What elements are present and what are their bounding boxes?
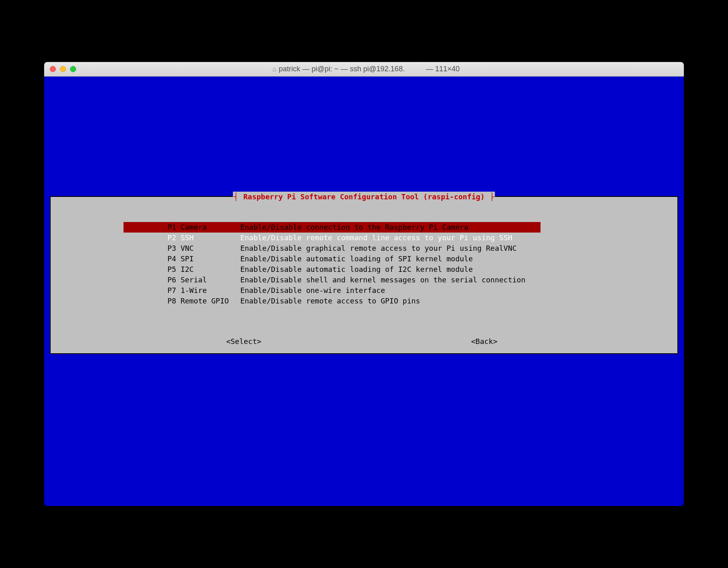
raspi-config-dialog: Raspberry Pi Software Configuration Tool… [50, 196, 678, 354]
menu-item-label: P3 VNC [167, 243, 240, 254]
dialog-buttons: <Select> <Back> [51, 336, 677, 347]
menu-item-desc: Enable/Disable shell and kernel messages… [240, 275, 525, 285]
menu-item-desc: Enable/Disable automatic loading of SPI … [240, 254, 473, 264]
menu-item-desc: Enable/Disable remote access to GPIO pin… [240, 296, 420, 306]
menu-item-desc: Enable/Disable one-wire interface [240, 285, 385, 296]
menu-item-desc: Enable/Disable automatic loading of I2C … [240, 264, 473, 275]
window-title-text-left: patrick — pi@pi: ~ — ssh pi@192.168. [279, 65, 404, 73]
window-title-text-right: — 111×40 [426, 65, 460, 73]
menu-item-desc: Enable/Disable remote command line acces… [240, 233, 512, 243]
menu-item-label: P4 SPI [167, 254, 240, 264]
back-button[interactable]: <Back> [364, 336, 605, 347]
menu-item-label: P1 Camera [167, 222, 240, 233]
select-button[interactable]: <Select> [123, 336, 364, 347]
menu-item-label: P2 SSH [167, 233, 240, 243]
menu-item-label: P7 1-Wire [167, 285, 240, 296]
maximize-icon[interactable] [70, 66, 76, 72]
close-icon[interactable] [50, 66, 56, 72]
window-title: ⌂ patrick — pi@pi: ~ — ssh pi@192.168. —… [76, 65, 656, 73]
menu-item-label: P5 I2C [167, 264, 240, 275]
menu-item-desc: Enable/Disable graphical remote access t… [240, 243, 517, 254]
home-icon: ⌂ [272, 66, 277, 73]
dialog-title: Raspberry Pi Software Configuration Tool… [233, 192, 495, 202]
minimize-icon[interactable] [60, 66, 66, 72]
menu-item-label: P6 Serial [167, 275, 240, 285]
menu-item-camera[interactable]: P1 CameraEnable/Disable connection to th… [51, 211, 677, 222]
terminal-content[interactable]: Raspberry Pi Software Configuration Tool… [44, 77, 684, 506]
traffic-lights [50, 66, 76, 72]
window-titlebar: ⌂ patrick — pi@pi: ~ — ssh pi@192.168. —… [44, 62, 684, 77]
menu-item-label: P8 Remote GPIO [167, 296, 240, 306]
menu-item-desc: Enable/Disable connection to the Raspber… [240, 222, 468, 233]
menu-list: P1 CameraEnable/Disable connection to th… [51, 197, 677, 296]
terminal-window: ⌂ patrick — pi@pi: ~ — ssh pi@192.168. —… [44, 62, 684, 506]
